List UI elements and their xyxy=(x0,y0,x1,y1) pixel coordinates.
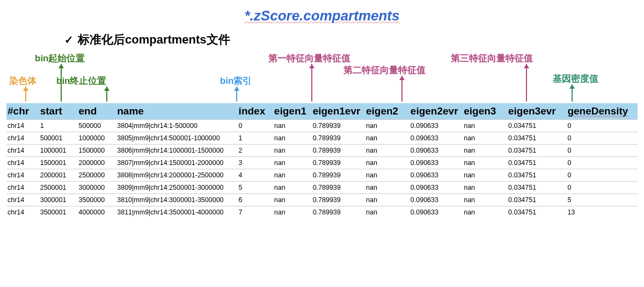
table-cell: 13 xyxy=(566,206,638,219)
arrow-stem-eig1 xyxy=(311,64,312,102)
table-row: chr14150000120000003807|mm9|chr14:150000… xyxy=(6,157,638,169)
table-cell: 0.090633 xyxy=(409,157,463,169)
col-header: name xyxy=(116,103,237,120)
table-cell: nan xyxy=(463,206,507,219)
table-row: chr14200000125000003808|mm9|chr14:200000… xyxy=(6,169,638,182)
table-cell: 0 xyxy=(238,120,273,132)
table-row: chr14350000140000003811|mm9|chr14:350000… xyxy=(6,206,638,219)
table-cell: 1500000 xyxy=(77,145,116,157)
annot-eig3: 第三特征向量特征值 xyxy=(451,52,533,64)
table-cell: 3805|mm9|chr14:500001-1000000 xyxy=(116,132,237,145)
table-cell: 0 xyxy=(566,157,638,169)
arrow-head-eig3 xyxy=(524,64,529,68)
col-header: geneDensity xyxy=(566,103,638,120)
table-cell: chr14 xyxy=(6,132,39,145)
col-header: start xyxy=(39,103,78,120)
data-table-wrap: #chrstartendnameindexeigen1eigen1evreige… xyxy=(6,103,638,218)
table-header-row: #chrstartendnameindexeigen1eigen1evreige… xyxy=(6,103,638,120)
arrow-head-eig1 xyxy=(309,64,314,68)
annot-eig2: 第二特征向量特征值 xyxy=(343,64,426,76)
table-cell: nan xyxy=(365,120,409,132)
table-cell: 0.789939 xyxy=(312,145,365,157)
arrow-head-chr xyxy=(23,87,28,91)
col-header: eigen2evr xyxy=(409,103,463,120)
data-table: #chrstartendnameindexeigen1eigen1evreige… xyxy=(6,103,638,218)
table-cell: nan xyxy=(463,194,507,206)
table-cell: nan xyxy=(365,145,409,157)
table-cell: nan xyxy=(273,120,312,132)
table-cell: 1500001 xyxy=(39,157,78,169)
table-cell: 0.090633 xyxy=(409,194,463,206)
table-cell: 0.034751 xyxy=(507,194,566,206)
table-cell: nan xyxy=(273,182,312,194)
arrow-head-index xyxy=(234,87,239,91)
table-cell: 0.789939 xyxy=(312,206,365,219)
col-header: eigen3evr xyxy=(507,103,566,120)
table-cell: nan xyxy=(365,157,409,169)
table-cell: 0.090633 xyxy=(409,145,463,157)
table-cell: 3807|mm9|chr14:1500001-2000000 xyxy=(116,157,237,169)
table-cell: 0.034751 xyxy=(507,120,566,132)
table-cell: 0.034751 xyxy=(507,157,566,169)
table-cell: 1000001 xyxy=(39,145,78,157)
table-cell: 0.789939 xyxy=(312,157,365,169)
table-cell: chr14 xyxy=(6,169,39,182)
arrow-stem-eig3 xyxy=(526,64,527,102)
table-cell: nan xyxy=(463,157,507,169)
table-cell: 3806|mm9|chr14:1000001-1500000 xyxy=(116,145,237,157)
table-cell: 3000000 xyxy=(77,182,116,194)
arrow-head-start xyxy=(58,64,64,68)
table-cell: nan xyxy=(463,120,507,132)
table-cell: 0.789939 xyxy=(312,194,365,206)
table-cell: 1 xyxy=(238,132,273,145)
table-cell: nan xyxy=(365,132,409,145)
table-cell: 2500000 xyxy=(77,169,116,182)
table-cell: nan xyxy=(273,169,312,182)
table-cell: 1 xyxy=(39,120,78,132)
annot-end: bin终止位置 xyxy=(56,75,107,87)
table-cell: 0.034751 xyxy=(507,169,566,182)
table-cell: nan xyxy=(463,145,507,157)
annot-index: bin索引 xyxy=(220,75,252,87)
table-cell: 0 xyxy=(566,120,638,132)
table-cell: nan xyxy=(365,182,409,194)
table-cell: 1000000 xyxy=(77,132,116,145)
table-cell: 0.034751 xyxy=(507,132,566,145)
table-cell: nan xyxy=(463,169,507,182)
annot-chr: 染色体 xyxy=(9,75,36,87)
table-row: chr14300000135000003810|mm9|chr14:300000… xyxy=(6,194,638,206)
table-cell: 4000000 xyxy=(77,206,116,219)
table-cell: nan xyxy=(365,169,409,182)
table-row: chr1415000003804|mm9|chr14:1-5000000nan0… xyxy=(6,120,638,132)
table-cell: 3810|mm9|chr14:3000001-3500000 xyxy=(116,194,237,206)
annotation-area: 染色体bin起始位置bin终止位置bin索引第一特征向量特征值第二特征向量特征值… xyxy=(0,52,644,103)
table-cell: 4 xyxy=(238,169,273,182)
table-cell: nan xyxy=(273,206,312,219)
table-cell: chr14 xyxy=(6,206,39,219)
table-cell: nan xyxy=(273,132,312,145)
table-cell: 0.789939 xyxy=(312,132,365,145)
arrow-head-gd xyxy=(569,84,575,89)
table-cell: 3804|mm9|chr14:1-500000 xyxy=(116,120,237,132)
table-cell: chr14 xyxy=(6,194,39,206)
table-cell: 0.034751 xyxy=(507,206,566,219)
col-header: eigen3 xyxy=(463,103,507,120)
table-cell: nan xyxy=(463,182,507,194)
col-header: end xyxy=(77,103,116,120)
table-cell: chr14 xyxy=(6,182,39,194)
table-cell: 0 xyxy=(566,169,638,182)
check-icon: ✓ xyxy=(64,33,74,46)
annot-gd: 基因密度值 xyxy=(553,73,598,85)
table-cell: 2000001 xyxy=(39,169,78,182)
table-cell: 0.090633 xyxy=(409,169,463,182)
file-pattern-title: *.zScore.compartments xyxy=(0,0,644,24)
table-cell: 5 xyxy=(566,194,638,206)
col-header: #chr xyxy=(6,103,39,120)
table-cell: 6 xyxy=(238,194,273,206)
table-cell: 3811|mm9|chr14:3500001-4000000 xyxy=(116,206,237,219)
arrow-head-end xyxy=(104,87,109,91)
table-cell: nan xyxy=(273,194,312,206)
table-cell: nan xyxy=(463,132,507,145)
col-header: eigen1 xyxy=(273,103,312,120)
subtitle-row: ✓ 标准化后compartments文件 xyxy=(0,32,644,48)
